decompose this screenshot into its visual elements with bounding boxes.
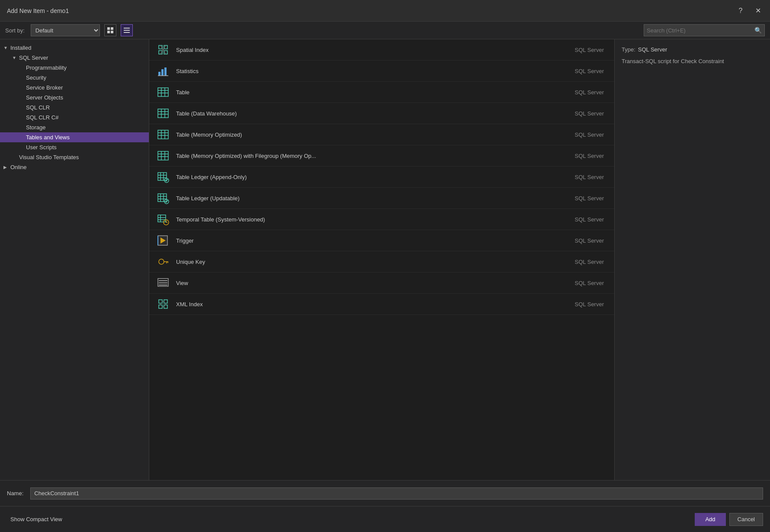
item-category: SQL Server bbox=[575, 237, 604, 244]
help-button[interactable]: ? bbox=[735, 6, 746, 16]
sidebar-item-programmability[interactable]: Programmability bbox=[0, 63, 149, 73]
item-name: Unique Key bbox=[176, 259, 569, 265]
label-user-scripts: User Scripts bbox=[26, 144, 145, 151]
sort-label: Sort by: bbox=[5, 27, 25, 34]
table-icon bbox=[156, 106, 170, 120]
sidebar-item-sql-clr[interactable]: SQL CLR bbox=[0, 103, 149, 112]
arrow-service-broker bbox=[19, 85, 26, 90]
cancel-button[interactable]: Cancel bbox=[729, 513, 763, 526]
list-item[interactable]: Table (Memory Optimized) SQL Server bbox=[149, 124, 614, 145]
footer-actions: Add Cancel bbox=[695, 513, 763, 526]
sidebar: ▼ Installed ▼ SQL Server Programmability… bbox=[0, 39, 149, 480]
svg-rect-18 bbox=[161, 69, 164, 76]
list-item[interactable]: Trigger SQL Server bbox=[149, 230, 614, 251]
list-item[interactable]: Unique Key SQL Server bbox=[149, 251, 614, 272]
svg-rect-19 bbox=[164, 67, 167, 76]
title-bar: Add New Item - demo1 ? ✕ bbox=[0, 0, 770, 22]
svg-rect-41 bbox=[158, 173, 167, 180]
label-service-broker: Service Broker bbox=[26, 84, 145, 91]
sidebar-item-sqlserver[interactable]: ▼ SQL Server bbox=[0, 53, 149, 63]
item-category: SQL Server bbox=[575, 110, 604, 117]
sidebar-item-online[interactable]: ▶ Online bbox=[0, 162, 149, 172]
sidebar-item-security[interactable]: Security bbox=[0, 73, 149, 83]
svg-rect-68 bbox=[159, 280, 167, 281]
sidebar-item-sql-clr-csharp[interactable]: SQL CLR C# bbox=[0, 112, 149, 122]
add-button[interactable]: Add bbox=[695, 513, 725, 526]
list-item[interactable]: Table Ledger (Append-Only) SQL Server bbox=[149, 167, 614, 188]
list-item[interactable]: Table (Memory Optimized) with Filegroup … bbox=[149, 145, 614, 167]
name-label: Name: bbox=[7, 490, 23, 497]
table-icon bbox=[156, 149, 170, 163]
spatial-index-icon bbox=[156, 43, 170, 57]
item-category: SQL Server bbox=[575, 301, 604, 308]
statistics-icon bbox=[156, 64, 170, 78]
main-content: ▼ Installed ▼ SQL Server Programmability… bbox=[0, 39, 770, 480]
item-name: Table (Memory Optimized) with Filegroup … bbox=[176, 153, 569, 159]
trigger-icon bbox=[156, 234, 170, 247]
installed-label: Installed bbox=[10, 45, 145, 51]
arrow-tables-and-views bbox=[19, 135, 26, 140]
label-security: Security bbox=[26, 74, 145, 81]
item-category: SQL Server bbox=[575, 259, 604, 265]
list-item[interactable]: Table Ledger (Updatable) SQL Server bbox=[149, 188, 614, 209]
sidebar-item-storage[interactable]: Storage bbox=[0, 122, 149, 132]
list-item[interactable]: Statistics SQL Server bbox=[149, 61, 614, 82]
table-icon bbox=[156, 85, 170, 99]
close-button[interactable]: ✕ bbox=[753, 6, 763, 16]
item-name: Table Ledger (Append-Only) bbox=[176, 174, 569, 180]
item-category: SQL Server bbox=[575, 89, 604, 96]
sidebar-item-visual-studio[interactable]: Visual Studio Templates bbox=[0, 152, 149, 162]
list-item[interactable]: XML Index SQL Server bbox=[149, 294, 614, 315]
search-box: 🔍 bbox=[644, 24, 765, 36]
list-item[interactable]: Spatial Index SQL Server bbox=[149, 39, 614, 61]
label-tables-and-views: Tables and Views bbox=[26, 134, 145, 141]
svg-rect-69 bbox=[159, 282, 167, 283]
item-name: Table (Data Warehouse) bbox=[176, 110, 569, 117]
item-name: Spatial Index bbox=[176, 47, 569, 53]
item-category: SQL Server bbox=[575, 131, 604, 138]
sidebar-item-tables-and-views[interactable]: Tables and Views bbox=[0, 132, 149, 142]
table-ledger-icon bbox=[156, 191, 170, 205]
sidebar-item-service-broker[interactable]: Service Broker bbox=[0, 83, 149, 93]
item-name: View bbox=[176, 280, 569, 286]
list-item[interactable]: Table SQL Server bbox=[149, 82, 614, 103]
list-item[interactable]: Table (Data Warehouse) SQL Server bbox=[149, 103, 614, 124]
list-view-button[interactable] bbox=[121, 24, 133, 36]
type-value: SQL Server bbox=[638, 46, 667, 53]
item-category: SQL Server bbox=[575, 68, 604, 74]
svg-rect-0 bbox=[107, 27, 110, 30]
title-bar-buttons: ? ✕ bbox=[735, 6, 763, 16]
label-server-objects: Server Objects bbox=[26, 94, 145, 101]
info-type-row: Type: SQL Server bbox=[622, 46, 763, 53]
item-category: SQL Server bbox=[575, 216, 604, 223]
svg-rect-21 bbox=[158, 88, 168, 96]
type-label: Type: bbox=[622, 46, 635, 53]
svg-rect-53 bbox=[158, 215, 166, 222]
sqlserver-arrow: ▼ bbox=[12, 55, 19, 60]
list-item[interactable]: Temporal Table (System-Versioned) SQL Se… bbox=[149, 209, 614, 230]
dialog-title: Add New Item - demo1 bbox=[7, 7, 69, 14]
compact-view-button[interactable]: Show Compact View bbox=[7, 514, 66, 524]
list-item[interactable]: View SQL Server bbox=[149, 272, 614, 294]
name-input[interactable] bbox=[30, 487, 763, 500]
search-input[interactable] bbox=[647, 27, 753, 34]
sidebar-item-installed[interactable]: ▼ Installed bbox=[0, 43, 149, 53]
svg-rect-3 bbox=[111, 31, 113, 33]
sqlserver-label: SQL Server bbox=[19, 54, 145, 61]
sidebar-item-server-objects[interactable]: Server Objects bbox=[0, 93, 149, 103]
unique-key-icon bbox=[156, 255, 170, 269]
grid-view-button[interactable] bbox=[104, 24, 116, 36]
item-name: Temporal Table (System-Versioned) bbox=[176, 216, 569, 223]
svg-rect-47 bbox=[158, 194, 167, 202]
svg-rect-74 bbox=[164, 305, 167, 308]
svg-rect-71 bbox=[159, 300, 162, 303]
sidebar-item-user-scripts[interactable]: User Scripts bbox=[0, 142, 149, 152]
vs-arrow bbox=[12, 155, 19, 160]
arrow-server-objects bbox=[19, 95, 26, 100]
sort-select[interactable]: Default Name Type bbox=[31, 24, 100, 36]
svg-point-63 bbox=[159, 259, 164, 264]
item-name: XML Index bbox=[176, 301, 569, 308]
item-name: Statistics bbox=[176, 68, 569, 74]
svg-rect-6 bbox=[124, 32, 130, 33]
svg-rect-1 bbox=[111, 27, 113, 30]
